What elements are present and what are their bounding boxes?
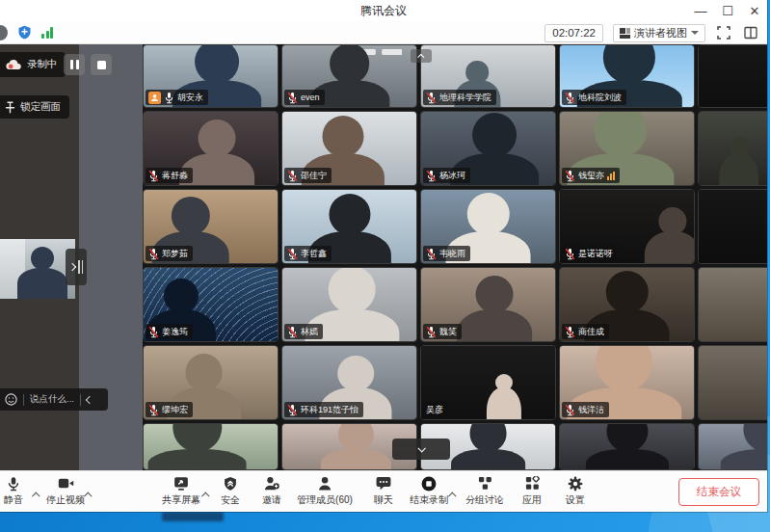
fullscreen-icon[interactable] bbox=[715, 24, 732, 41]
participant-name-label: 李哲鑫 bbox=[284, 246, 332, 261]
participant-name: 杨冰珂 bbox=[439, 170, 465, 182]
split-view-icon[interactable] bbox=[742, 24, 759, 41]
video-tile[interactable]: 韦晓雨 bbox=[420, 189, 556, 264]
person-silhouette bbox=[321, 449, 390, 470]
video-tile[interactable]: 杨冰珂 bbox=[420, 111, 556, 186]
video-tile[interactable]: 吴彦 bbox=[420, 345, 556, 420]
video-tile[interactable] bbox=[143, 423, 279, 470]
video-tile[interactable]: 环科191范子怡 bbox=[281, 345, 417, 420]
toolbar-members-button[interactable]: 管理成员(60) bbox=[297, 475, 353, 507]
stop-recording-button[interactable] bbox=[91, 54, 112, 75]
toolbar-chat-button[interactable]: 聊天 bbox=[374, 475, 393, 507]
video-tile[interactable]: 李哲鑫 bbox=[281, 189, 417, 264]
video-tile[interactable] bbox=[698, 189, 767, 264]
participant-name-label: 地理科学学院 bbox=[423, 90, 496, 105]
stop-record-icon bbox=[421, 475, 437, 492]
video-tile[interactable]: 地理科学学院 bbox=[420, 44, 556, 108]
video-tile[interactable]: even bbox=[281, 44, 417, 108]
layout-icon bbox=[620, 28, 630, 39]
participant-name: 邵佳宁 bbox=[301, 170, 327, 182]
mic-muted-icon bbox=[148, 170, 159, 182]
toolbar-breakout-button[interactable]: 分组讨论 bbox=[465, 475, 504, 507]
person-silhouette bbox=[451, 449, 526, 470]
participant-name-label: 缪坤宏 bbox=[146, 402, 193, 417]
mic-muted-icon bbox=[287, 92, 298, 104]
bottom-toolbar: 结束会议 静音 停止视频 共享屏幕 安全 邀请 管理成员(60) 聊天 结束录制 bbox=[0, 470, 767, 512]
video-tile[interactable]: 林嫣 bbox=[281, 267, 417, 342]
toolbar-label: 应用 bbox=[522, 493, 542, 507]
toolbar-settings-gear-button[interactable]: 设置 bbox=[566, 475, 585, 507]
collapse-chat-icon[interactable] bbox=[86, 395, 93, 403]
chat-placeholder: 说点什么... bbox=[30, 393, 74, 406]
meeting-window: 腾讯会议 — ☐ ✕ 02:07:22 bbox=[0, 0, 767, 512]
shield-check-icon[interactable] bbox=[17, 25, 32, 40]
video-tile[interactable]: 地科院刘波 bbox=[559, 44, 695, 108]
self-video-preview[interactable] bbox=[0, 239, 75, 299]
title-bar: 腾讯会议 — ☐ ✕ bbox=[0, 0, 767, 21]
video-tile[interactable]: 姜逸筠 bbox=[143, 267, 279, 342]
video-tile[interactable] bbox=[698, 111, 767, 186]
participant-name-label: 魏笑 bbox=[423, 324, 462, 339]
participant-name-label: 吴彦 bbox=[423, 402, 448, 417]
chevron-up-icon[interactable] bbox=[34, 485, 40, 502]
status-circle-icon[interactable] bbox=[0, 25, 8, 40]
toolbar-invite-button[interactable]: 邀请 bbox=[262, 475, 281, 507]
network-warning-icon bbox=[607, 172, 615, 180]
pin-view-button[interactable]: 锁定画面 bbox=[0, 95, 69, 119]
video-tile[interactable]: 是诺诺呀 bbox=[559, 189, 695, 264]
participant-name-label: 地科院刘波 bbox=[562, 90, 626, 105]
video-tile[interactable]: 钱玺亦 bbox=[559, 111, 695, 186]
video-grid: 胡安永 even 地理科学学院 地科院刘波 蒋舒淼 邵佳宁 杨冰珂 钱玺亦 郑梦… bbox=[143, 44, 767, 470]
chevron-up-icon[interactable] bbox=[450, 485, 456, 502]
participant-name-label: 胡安永 bbox=[146, 90, 208, 105]
mic-muted-icon bbox=[426, 326, 437, 338]
video-tile[interactable]: 商佳成 bbox=[559, 267, 695, 342]
network-signal-icon[interactable] bbox=[41, 27, 53, 39]
preview-expand-handle[interactable] bbox=[66, 249, 87, 285]
mic-muted-icon bbox=[287, 326, 298, 338]
video-tile[interactable]: 钱洋洁 bbox=[559, 345, 695, 420]
toolbar-apps-button[interactable]: 应用 bbox=[522, 475, 542, 507]
video-tile[interactable]: 胡安永 bbox=[143, 44, 279, 108]
participant-name-label: 姜逸筠 bbox=[146, 324, 193, 339]
minimize-button[interactable]: — bbox=[694, 4, 707, 17]
video-tile[interactable]: 蒋舒淼 bbox=[143, 111, 279, 186]
pause-recording-button[interactable] bbox=[64, 54, 85, 75]
video-tile[interactable] bbox=[698, 345, 767, 420]
desktop: 腾讯会议 — ☐ ✕ 02:07:22 bbox=[0, 0, 770, 532]
toolbar-label: 安全 bbox=[221, 493, 240, 507]
end-meeting-button[interactable]: 结束会议 bbox=[678, 478, 759, 506]
emoji-icon[interactable] bbox=[5, 393, 17, 406]
participant-name: 钱洋洁 bbox=[578, 404, 604, 416]
toolbar-stop-record-button[interactable]: 结束录制 bbox=[410, 475, 448, 507]
view-mode-button[interactable]: 演讲者视图 bbox=[613, 24, 705, 42]
person-silhouette bbox=[495, 374, 513, 391]
video-tile[interactable] bbox=[698, 423, 767, 470]
video-tile[interactable]: 邵佳宁 bbox=[281, 111, 417, 186]
grid-scroll-up-button[interactable] bbox=[411, 49, 432, 63]
toolbar-share-screen-button[interactable]: 共享屏幕 bbox=[162, 475, 200, 507]
grid-scroll-down-button[interactable] bbox=[392, 439, 450, 460]
toolbar-mic-button[interactable]: 静音 bbox=[4, 475, 23, 507]
quick-chat-input[interactable]: 说点什么... bbox=[0, 388, 108, 411]
video-tile[interactable] bbox=[559, 423, 695, 470]
toolbar-label: 共享屏幕 bbox=[162, 493, 200, 507]
participant-name: 姜逸筠 bbox=[162, 326, 188, 338]
invite-icon bbox=[264, 475, 279, 492]
person-silhouette bbox=[322, 116, 363, 157]
video-tile[interactable] bbox=[698, 267, 767, 342]
video-tile[interactable]: 郑梦茹 bbox=[143, 189, 279, 264]
video-tile[interactable] bbox=[698, 44, 767, 108]
video-tile[interactable]: 缪坤宏 bbox=[143, 345, 279, 420]
video-tile[interactable]: 魏笑 bbox=[420, 267, 556, 342]
recording-label: 录制中 bbox=[27, 58, 58, 71]
close-button[interactable]: ✕ bbox=[748, 4, 761, 17]
toolbar-camera-button[interactable]: 停止视频 bbox=[46, 475, 85, 507]
video-scene bbox=[699, 268, 767, 341]
toolbar-security-shield-button[interactable]: 安全 bbox=[221, 475, 240, 507]
participant-name: 地理科学学院 bbox=[439, 92, 491, 104]
maximize-button[interactable]: ☐ bbox=[721, 4, 734, 17]
chevron-up-icon[interactable] bbox=[86, 485, 92, 502]
pin-view-label: 锁定画面 bbox=[20, 100, 61, 114]
chevron-up-icon[interactable] bbox=[203, 485, 209, 502]
